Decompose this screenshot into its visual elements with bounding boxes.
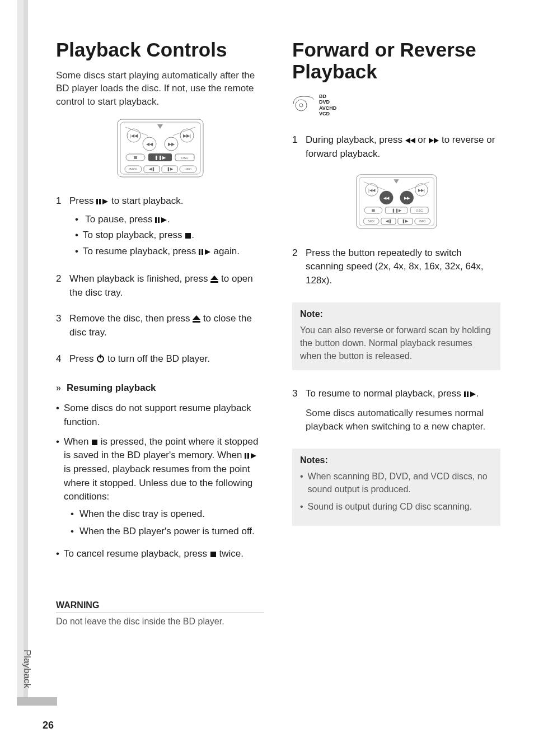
side-accent-bar [17,697,57,706]
resume-sub-text: When the disc tray is opened. [79,507,205,521]
heading-playback-controls: Playback Controls [56,39,264,61]
step-item: 1Press to start playback. To pause, pres… [56,194,264,260]
right-steps-1-2: 1During playback, press or to reverse or… [292,133,500,287]
stop-icon [91,439,98,446]
svg-marker-46 [251,453,256,459]
svg-text:▶▶: ▶▶ [168,142,175,147]
play-pause-icon [155,217,167,223]
note-box-1: Note: You can also reverse or forward sc… [292,302,500,371]
svg-text:❚▶: ❚▶ [402,219,409,223]
rewind-icon [405,137,415,144]
svg-rect-35 [202,249,203,255]
svg-rect-68 [372,209,375,212]
step-number: 3 [292,387,300,434]
svg-rect-28 [99,199,101,204]
step-item: 2Press the button repeatedly to switch s… [292,246,500,288]
step-paragraph: Some discs automatically resumes normal … [306,407,500,434]
intro-text: Some discs start playing automatically a… [56,69,264,109]
svg-rect-31 [158,217,160,223]
svg-marker-50 [410,138,415,143]
svg-rect-38 [210,281,218,283]
fastforward-icon [429,137,439,144]
svg-rect-40 [193,321,200,323]
svg-text:INFO: INFO [419,220,426,223]
svg-text:OSC: OSC [416,209,423,212]
svg-text:OSC: OSC [181,156,189,160]
resume-bullet-body: To cancel resume playback, press twice. [64,547,264,561]
step-number: 2 [56,272,64,300]
svg-point-48 [296,100,307,111]
svg-point-49 [299,104,303,107]
note-box-2: Notes: When scanning BD, DVD, and VCD di… [292,449,500,526]
svg-rect-82 [467,391,469,397]
svg-rect-43 [92,440,97,445]
svg-rect-33 [185,233,191,239]
play-pause-icon [464,391,476,398]
svg-text:INFO: INFO [185,167,191,171]
note1-body: You can also reverse or forward scan by … [300,324,493,363]
svg-marker-53 [434,138,439,143]
disc-icon [292,95,315,115]
play-pause-icon [245,452,257,459]
svg-text:▶▶: ▶▶ [404,195,410,200]
step-item: 3Remove the disc, then press to close th… [56,312,264,339]
step-body: Press to start playback. To pause, press… [69,194,264,260]
disc-types-text: BDDVDAVCHDVCD [319,94,336,116]
heading-forward-reverse: Forward or Reverse Playback [292,39,500,82]
svg-rect-34 [199,249,200,255]
note2-item-text: When scanning BD, DVD, and VCD discs, no… [308,470,493,496]
disc-types-label: BDDVDAVCHDVCD [292,94,500,116]
sub-item: To stop playback, press . [69,227,264,244]
resume-sub-list: When the disc tray is opened.When the BD… [64,507,264,538]
svg-marker-51 [405,138,410,143]
page-margin-bar-inner [24,0,28,706]
warning-block: WARNING Do not leave the disc inside the… [56,600,264,627]
svg-marker-52 [429,138,434,143]
left-column: Playback Controls Some discs start playi… [56,39,264,627]
svg-text:❚▶: ❚▶ [166,167,173,171]
svg-rect-14 [134,156,137,159]
svg-rect-42 [100,354,101,358]
warning-body: Do not leave the disc inside the BD play… [56,617,264,627]
svg-marker-32 [161,217,167,223]
svg-marker-58 [394,179,399,183]
step-body: Press the button repeatedly to switch sc… [306,246,500,288]
step-body: During playback, press or to reverse or … [306,133,500,161]
resume-bullet-body: When is pressed, the point where it stop… [64,435,264,542]
svg-text:BACK: BACK [367,220,375,223]
resuming-heading: Resuming playback [67,382,156,394]
svg-text:◀◀: ◀◀ [146,142,153,147]
page-number: 26 [43,720,54,731]
eject-icon [210,276,218,283]
side-tab-label: Playback [21,650,32,688]
warning-heading: WARNING [56,600,264,613]
svg-text:◀◀: ◀◀ [383,195,390,200]
svg-marker-37 [210,276,218,280]
svg-rect-47 [210,552,216,557]
svg-marker-83 [470,391,476,397]
step-number: 4 [56,352,64,366]
note2-item-text: Sound is output during CD disc scanning. [308,500,472,513]
svg-text:▶▶|: ▶▶| [182,133,190,138]
stop-icon [185,232,191,239]
resume-bullet: When is pressed, the point where it stop… [56,435,264,542]
remote-diagram-icon: |◀◀ ▶▶| ◀◀ ▶▶ ❚❚▶ OSC BACK ◀❚ ❚▶ INFO [117,119,204,178]
resume-bullet: Some discs do not support resume playbac… [56,402,264,429]
note2-heading: Notes: [300,455,493,465]
resume-bullet: To cancel resume playback, press twice. [56,547,264,561]
step-item: 1During playback, press or to reverse or… [292,133,500,161]
note2-item: When scanning BD, DVD, and VCD discs, no… [300,470,493,496]
note2-body: When scanning BD, DVD, and VCD discs, no… [300,470,493,514]
resuming-subhead-row: » Resuming playback [56,382,264,394]
right-step-3: 3To resume to normal playback, press .So… [292,387,500,434]
remote-diagram-icon: |◀◀ ▶▶| ◀◀ ▶▶ ❚❚▶ OSC BACK ◀❚ ❚▶ INFO [356,174,437,230]
step-item: 4Press to turn off the BD player. [56,352,264,366]
svg-marker-4 [157,124,163,129]
svg-rect-44 [245,453,246,459]
svg-text:BACK: BACK [129,167,137,171]
sub-list: To pause, press .To stop playback, press… [69,212,264,260]
step-number: 2 [292,246,300,288]
eject-icon [193,315,200,323]
svg-text:❚❚▶: ❚❚▶ [391,208,401,213]
step-number: 3 [56,312,64,339]
